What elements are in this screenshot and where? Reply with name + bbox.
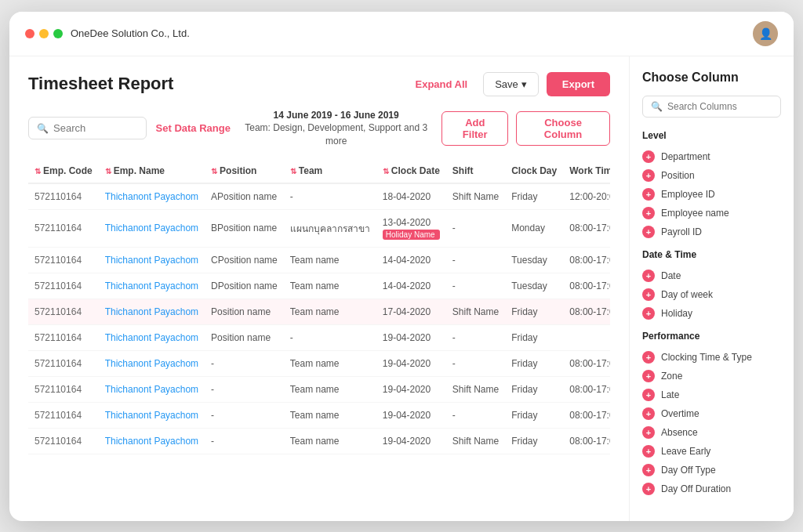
position-cell: - xyxy=(205,350,284,376)
date-range-info: 14 June 2019 - 16 June 2019 Team: Design… xyxy=(240,109,432,148)
minimize-button[interactable] xyxy=(39,29,49,38)
column-item-label: Holiday xyxy=(661,308,692,319)
close-button[interactable] xyxy=(25,29,35,38)
column-item-label: Day Off Duration xyxy=(661,483,731,494)
column-item-add-icon: + xyxy=(642,464,655,476)
table-row: 572110164Thichanont Payachom-Team name19… xyxy=(28,350,610,376)
panel-search-icon: 🔍 xyxy=(651,101,663,112)
col-header-emp-code: ⇅Emp. Code xyxy=(28,159,99,183)
column-search-input[interactable] xyxy=(667,101,772,112)
emp-name-cell[interactable]: Thichanont Payachom xyxy=(99,350,205,376)
column-item[interactable]: + Day Off Type xyxy=(642,461,781,480)
column-item-label: Zone xyxy=(661,371,682,382)
emp-name-cell[interactable]: Thichanont Payachom xyxy=(99,376,205,402)
add-filter-button[interactable]: Add Filter xyxy=(441,111,508,146)
column-item[interactable]: + Day of week xyxy=(642,285,781,304)
column-item-add-icon: + xyxy=(642,150,655,163)
column-item[interactable]: + Clocking Time & Type xyxy=(642,348,781,367)
column-item-add-icon: + xyxy=(642,483,655,495)
emp-name-cell[interactable]: Thichanont Payachom xyxy=(99,428,205,454)
column-item[interactable]: + Payroll ID xyxy=(642,223,781,241)
position-cell: Position name xyxy=(205,324,284,350)
main-content: Timesheet Report Expand All Save ▾ Expor… xyxy=(9,56,794,521)
emp-name-cell[interactable]: Thichanont Payachom xyxy=(99,299,205,324)
column-item[interactable]: + Holiday xyxy=(642,304,781,323)
emp-name-cell[interactable]: Thichanont Payachom xyxy=(99,324,205,350)
column-item-add-icon: + xyxy=(642,307,655,320)
emp-name-cell[interactable]: Thichanont Payachom xyxy=(99,402,205,428)
traffic-lights xyxy=(25,29,63,38)
position-cell: - xyxy=(205,376,284,402)
search-input[interactable] xyxy=(53,122,138,134)
work-time-cell: 08:00-17:00 xyxy=(563,209,610,247)
column-item-add-icon: + xyxy=(642,426,655,439)
header-actions: Expand All Save ▾ Export xyxy=(407,72,610,96)
filter-bar: 🔍 Set Data Range 14 June 2019 - 16 June … xyxy=(28,109,610,148)
column-item[interactable]: + Date xyxy=(642,266,781,285)
set-data-range-button[interactable]: Set Data Range xyxy=(156,122,231,134)
position-cell: - xyxy=(205,402,284,428)
column-item-label: Late xyxy=(661,389,679,400)
column-item[interactable]: + Zone xyxy=(642,367,781,385)
panel-sections: Level + Department + Position + Employee… xyxy=(642,130,781,498)
clock-date-cell: 18-04-2020 xyxy=(376,183,446,210)
expand-all-button[interactable]: Expand All xyxy=(407,74,475,95)
choose-column-panel: Choose Column 🔍 Level + Department + Pos… xyxy=(629,56,794,521)
col-header-work-time: Work Time xyxy=(563,159,610,183)
sort-icon: ⇅ xyxy=(290,167,296,176)
column-item[interactable]: + Position xyxy=(642,166,781,185)
export-button[interactable]: Export xyxy=(547,72,610,96)
emp-name-cell[interactable]: Thichanont Payachom xyxy=(99,273,205,299)
team-cell: Team name xyxy=(284,402,376,428)
column-item-label: Overtime xyxy=(661,408,699,419)
company-name: OneDee Solution Co., Ltd. xyxy=(71,27,190,39)
position-cell: Position name xyxy=(205,299,284,324)
emp-code-cell: 572110164 xyxy=(28,428,99,454)
clock-day-cell: Friday xyxy=(505,376,563,402)
emp-name-cell[interactable]: Thichanont Payachom xyxy=(99,209,205,247)
column-item-label: Absence xyxy=(661,427,698,438)
column-item-add-icon: + xyxy=(642,445,655,458)
sort-icon: ⇅ xyxy=(105,167,111,176)
shift-cell: Shift Name xyxy=(446,376,505,402)
work-time-cell: 12:00-20:00 xyxy=(563,183,610,210)
column-item[interactable]: + Absence xyxy=(642,423,781,442)
maximize-button[interactable] xyxy=(53,29,63,38)
work-time-cell: 08:00-17:00 xyxy=(563,299,610,324)
save-button[interactable]: Save ▾ xyxy=(483,72,539,96)
column-item-label: Employee name xyxy=(661,208,729,219)
emp-name-cell[interactable]: Thichanont Payachom xyxy=(99,247,205,273)
column-item-label: Employee ID xyxy=(661,189,715,200)
column-item[interactable]: + Day Off Duration xyxy=(642,480,781,498)
column-item-add-icon: + xyxy=(642,226,655,238)
team-cell: - xyxy=(284,324,376,350)
work-time-cell: 08:00-17:00 xyxy=(563,273,610,299)
choose-column-button[interactable]: Choose Column xyxy=(516,111,610,146)
panel-search: 🔍 xyxy=(642,96,781,118)
column-item[interactable]: + Late xyxy=(642,385,781,404)
shift-cell: - xyxy=(446,247,505,273)
col-header-emp-name: ⇅Emp. Name xyxy=(99,159,205,183)
column-item-add-icon: + xyxy=(642,270,655,282)
column-item-add-icon: + xyxy=(642,207,655,219)
filter-right: Add Filter Choose Column xyxy=(441,111,610,146)
shift-cell: - xyxy=(446,209,505,247)
column-item-add-icon: + xyxy=(642,169,655,182)
column-item[interactable]: + Overtime xyxy=(642,404,781,423)
clock-date-cell: 14-04-2020 xyxy=(376,273,446,299)
table-row: 572110164Thichanont PayachomDPosition na… xyxy=(28,273,610,299)
column-item[interactable]: + Leave Early xyxy=(642,442,781,461)
shift-cell: - xyxy=(446,402,505,428)
avatar[interactable]: 👤 xyxy=(753,21,778,46)
column-item-label: Leave Early xyxy=(661,446,710,457)
column-item[interactable]: + Employee ID xyxy=(642,185,781,204)
table-row: 572110164Thichanont PayachomBPosition na… xyxy=(28,209,610,247)
col-header-team: ⇅Team xyxy=(284,159,376,183)
report-header: Timesheet Report Expand All Save ▾ Expor… xyxy=(28,72,610,96)
column-item[interactable]: + Department xyxy=(642,147,781,166)
emp-code-cell: 572110164 xyxy=(28,350,99,376)
emp-name-cell[interactable]: Thichanont Payachom xyxy=(99,183,205,210)
column-item[interactable]: + Employee name xyxy=(642,204,781,223)
emp-code-cell: 572110164 xyxy=(28,273,99,299)
page-title: Timesheet Report xyxy=(28,74,173,94)
